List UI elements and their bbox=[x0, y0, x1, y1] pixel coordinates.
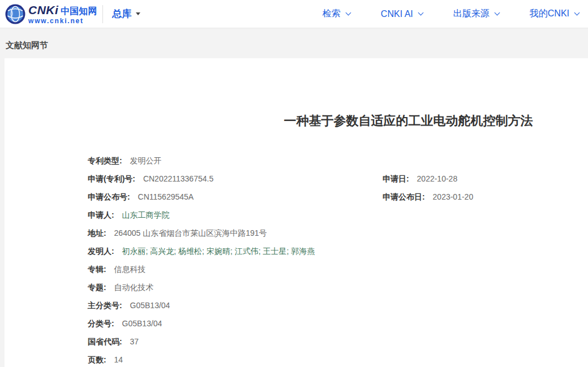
field-row-main-class-code: 主分类号: G05B13/04 bbox=[88, 296, 588, 314]
field-value: 2023-01-20 bbox=[433, 192, 474, 201]
logo-brand-chinese: 中国知网 bbox=[61, 7, 97, 16]
nav-item-cnki-ai[interactable]: CNKI AI bbox=[381, 9, 423, 19]
field-row-topic: 专题: 自动化技术 bbox=[88, 278, 588, 296]
field-row-address: 地址: 264005 山东省烟台市莱山区滨海中路191号 bbox=[88, 224, 588, 242]
field-value: G05B13/04 bbox=[130, 301, 170, 310]
field-value: 自动化技术 bbox=[114, 283, 154, 292]
field-value: G05B13/04 bbox=[122, 319, 162, 328]
field-row-inventors: 发明人: 初永丽; 高兴龙; 杨维松; 宋婉晴; 江式伟; 王士星; 郭海燕 bbox=[88, 242, 588, 260]
field-label: 专辑: bbox=[88, 265, 106, 274]
field-row-publication-date: 申请公布日: 2023-01-20 bbox=[383, 188, 473, 206]
field-row-province-code: 国省代码: 37 bbox=[88, 333, 588, 351]
field-value: 264005 山东省烟台市莱山区滨海中路191号 bbox=[114, 228, 267, 238]
field-value: 37 bbox=[130, 337, 139, 346]
logo-divider bbox=[102, 5, 103, 23]
main-nav: 检索 CNKI AI 出版来源 我的CNKI bbox=[323, 8, 579, 20]
nav-item-search[interactable]: 检索 bbox=[323, 8, 350, 20]
nav-item-label: 出版来源 bbox=[453, 8, 490, 20]
caret-down-icon bbox=[136, 12, 140, 15]
field-label: 专利类型: bbox=[88, 156, 122, 165]
field-label: 申请公布号: bbox=[88, 192, 130, 201]
field-label: 页数: bbox=[88, 355, 106, 364]
nav-item-label: 我的CNKI bbox=[530, 8, 569, 20]
chevron-down-icon bbox=[494, 10, 500, 16]
logo-brand-text: CNKi bbox=[28, 4, 58, 16]
field-value: CN202211336754.5 bbox=[143, 174, 213, 183]
cnki-globe-icon bbox=[5, 3, 26, 25]
field-label: 国省代码: bbox=[88, 337, 122, 346]
nav-item-label: 检索 bbox=[323, 8, 341, 20]
field-row-page-count: 页数: 14 bbox=[88, 351, 588, 367]
field-label: 分类号: bbox=[88, 319, 114, 328]
breadcrumb-strip: 文献知网节 bbox=[0, 28, 588, 58]
field-value: 14 bbox=[114, 355, 123, 364]
chevron-down-icon bbox=[574, 10, 580, 16]
patent-fields: 专利类型: 发明公开 申请(专利)号: CN202211336754.5 申请日… bbox=[88, 152, 588, 367]
nav-item-label: CNKI AI bbox=[381, 9, 413, 19]
field-row-series: 专辑: 信息科技 bbox=[88, 260, 588, 278]
patent-detail-panel: 一种基于参数自适应的工业电动舵机控制方法 专利类型: 发明公开 申请(专利)号:… bbox=[5, 58, 588, 367]
field-row-patent-type: 专利类型: 发明公开 bbox=[88, 152, 588, 170]
field-label: 申请日: bbox=[383, 174, 409, 183]
field-label: 主分类号: bbox=[88, 301, 122, 310]
field-row-applicant: 申请人: 山东工商学院 bbox=[88, 206, 588, 224]
field-label: 申请(专利)号: bbox=[88, 174, 135, 183]
breadcrumb: 文献知网节 bbox=[6, 40, 48, 50]
field-value: 2022-10-28 bbox=[417, 174, 458, 183]
library-dropdown-label: 总库 bbox=[112, 7, 131, 20]
chevron-down-icon bbox=[345, 10, 351, 16]
field-value: 发明公开 bbox=[130, 156, 162, 165]
inventor-links[interactable]: 初永丽; 高兴龙; 杨维松; 宋婉晴; 江式伟; 王士星; 郭海燕 bbox=[122, 247, 315, 256]
field-label: 专题: bbox=[88, 283, 106, 292]
top-navbar: CNKi 中国知网 www.cnki.net 总库 检索 CNKI AI 出版来… bbox=[0, 0, 588, 28]
library-dropdown[interactable]: 总库 bbox=[112, 7, 140, 20]
field-row-application-number: 申请(专利)号: CN202211336754.5 申请日: 2022-10-2… bbox=[88, 170, 588, 188]
cnki-logo[interactable]: CNKi 中国知网 www.cnki.net bbox=[5, 3, 97, 25]
field-row-publication-number: 申请公布号: CN115629545A 申请公布日: 2023-01-20 bbox=[88, 188, 588, 206]
page-title: 一种基于参数自适应的工业电动舵机控制方法 bbox=[5, 58, 588, 131]
field-label: 申请人: bbox=[88, 210, 114, 219]
field-label: 发明人: bbox=[88, 247, 114, 256]
chevron-down-icon bbox=[418, 10, 423, 16]
field-value: 信息科技 bbox=[114, 265, 146, 274]
field-value: CN115629545A bbox=[138, 192, 194, 201]
field-row-class-code: 分类号: G05B13/04 bbox=[88, 314, 588, 333]
field-label: 地址: bbox=[88, 228, 106, 238]
logo-site-url: www.cnki.net bbox=[28, 18, 97, 24]
nav-item-my-cnki[interactable]: 我的CNKI bbox=[530, 8, 579, 20]
nav-item-publish-source[interactable]: 出版来源 bbox=[453, 8, 499, 20]
field-label: 申请公布日: bbox=[383, 192, 425, 201]
applicant-link[interactable]: 山东工商学院 bbox=[122, 210, 170, 219]
field-row-application-date: 申请日: 2022-10-28 bbox=[383, 170, 457, 188]
